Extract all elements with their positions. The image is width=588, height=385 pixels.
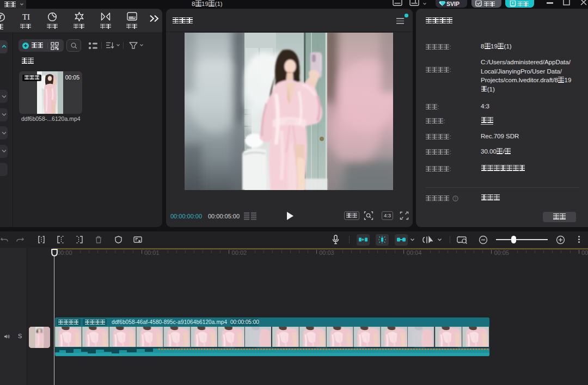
svg-text:?: ? (454, 197, 456, 200)
